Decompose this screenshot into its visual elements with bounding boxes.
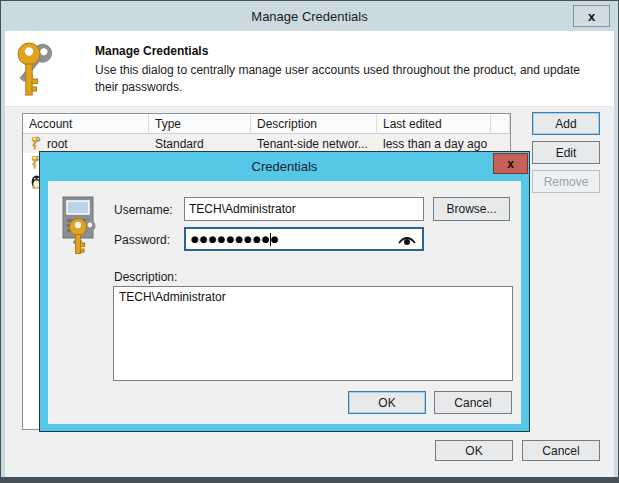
keys-icon [29, 136, 44, 151]
browse-button[interactable]: Browse... [433, 197, 510, 221]
credentials-ok-button[interactable]: OK [348, 391, 426, 414]
manage-credentials-window: Manage Credentials x Manage Credentials … [0, 0, 619, 483]
add-button[interactable]: Add [532, 112, 600, 135]
window-title: Manage Credentials [251, 9, 367, 24]
username-input[interactable] [184, 197, 424, 221]
table-header: Account Type Description Last edited [23, 114, 510, 134]
credentials-dialog-body: Username: Browse... Password: Descriptio… [48, 181, 521, 424]
remove-button[interactable]: Remove [532, 170, 600, 193]
close-icon: x [588, 9, 595, 24]
ok-button[interactable]: OK [435, 440, 513, 461]
text-caret [270, 233, 271, 246]
edit-button[interactable]: Edit [532, 141, 600, 164]
password-input[interactable] [186, 229, 422, 249]
column-header-description[interactable]: Description [251, 114, 377, 134]
window-titlebar[interactable]: Manage Credentials [1, 1, 618, 31]
credentials-cancel-button[interactable]: Cancel [434, 391, 512, 414]
username-label: Username: [114, 203, 173, 217]
credentials-close-button[interactable]: x [493, 153, 528, 174]
credentials-dialog: Credentials x [39, 151, 530, 432]
eye-icon[interactable] [397, 234, 417, 246]
credentials-dialog-titlebar[interactable]: Credentials [40, 152, 529, 181]
column-header-type[interactable]: Type [149, 114, 251, 134]
header-description: Use this dialog to centrally manage user… [95, 62, 603, 96]
column-header-last-edited[interactable]: Last edited [377, 114, 491, 134]
header-title: Manage Credentials [95, 44, 208, 58]
credentials-dialog-title: Credentials [252, 159, 318, 174]
cancel-button[interactable]: Cancel [522, 440, 600, 461]
description-label: Description: [114, 270, 177, 284]
close-icon: x [507, 157, 514, 171]
column-header-account[interactable]: Account [23, 114, 149, 134]
column-header-filler [491, 114, 510, 134]
description-textarea[interactable]: TECH\Administrator [113, 286, 513, 381]
account-name: root [47, 137, 68, 151]
window-close-button[interactable]: x [573, 5, 610, 27]
keys-icon [14, 40, 60, 100]
server-key-icon [62, 196, 102, 256]
password-label: Password: [114, 233, 170, 247]
